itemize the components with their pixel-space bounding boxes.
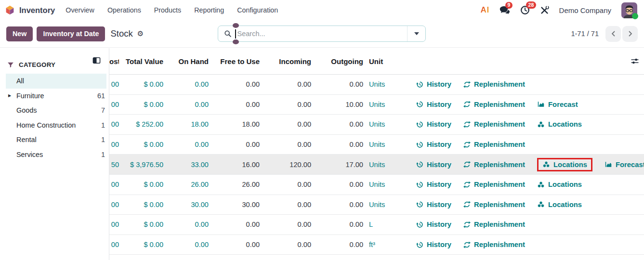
- table-row[interactable]: 00$ 0.000.000.000.000.00UnitsHistoryRepl…: [109, 75, 644, 95]
- menu-configuration[interactable]: Configuration: [237, 6, 278, 14]
- optional-columns-icon[interactable]: [631, 58, 639, 65]
- column-header-cost-truncated[interactable]: ost: [109, 57, 119, 65]
- history-button[interactable]: History: [416, 221, 451, 228]
- history-button[interactable]: History: [416, 181, 451, 188]
- panel-toggle-icon[interactable]: [92, 56, 101, 65]
- table-row[interactable]: 00$ 0.0026.0026.000.000.00UnitsHistoryRe…: [109, 175, 644, 195]
- replenishment-button[interactable]: Replenishment: [463, 120, 525, 128]
- inventory-at-date-button[interactable]: Inventory at Date: [37, 26, 105, 41]
- user-avatar[interactable]: [621, 2, 637, 18]
- history-button[interactable]: History: [416, 120, 451, 128]
- replenishment-button[interactable]: Replenishment: [463, 201, 525, 208]
- replenishment-button[interactable]: Replenishment: [463, 161, 525, 169]
- free-to-use-value: 0.00: [209, 80, 260, 88]
- locations-button[interactable]: Locations: [537, 201, 582, 208]
- history-button[interactable]: History: [416, 101, 451, 108]
- caret-right-icon[interactable]: ▶: [8, 93, 11, 98]
- unit-link[interactable]: ft³: [363, 241, 397, 248]
- search-dropdown-toggle[interactable]: [407, 26, 425, 41]
- history-button[interactable]: History: [416, 80, 451, 88]
- ai-icon[interactable]: AI: [481, 5, 489, 15]
- forecast-button[interactable]: Forecast: [605, 161, 644, 169]
- online-status-dot: [632, 13, 638, 19]
- unit-link[interactable]: Units: [363, 80, 397, 88]
- unit-link[interactable]: Units: [363, 201, 397, 208]
- unit-link[interactable]: Units: [363, 101, 397, 108]
- history-button[interactable]: History: [416, 161, 451, 169]
- row-actions: HistoryReplenishment: [397, 80, 644, 88]
- column-header-free-to-use[interactable]: Free to Use: [209, 57, 260, 65]
- pager-next-button[interactable]: [622, 26, 638, 42]
- debug-tools-button[interactable]: [540, 6, 549, 15]
- locations-button[interactable]: Locations: [537, 181, 582, 188]
- menu-operations[interactable]: Operations: [107, 6, 141, 14]
- unit-link[interactable]: Units: [363, 181, 397, 188]
- sidebar-item-goods[interactable]: Goods7: [6, 103, 106, 118]
- sidebar-item-all[interactable]: All: [6, 74, 106, 89]
- table-row[interactable]: 00$ 0.0030.0030.000.000.00UnitsHistoryRe…: [109, 195, 644, 215]
- incoming-value: 0.00: [260, 221, 311, 228]
- replenishment-button[interactable]: Replenishment: [463, 181, 525, 188]
- cost-value-truncated: 00: [109, 221, 119, 228]
- top-navbar: Inventory Overview Operations Products R…: [0, 0, 644, 20]
- column-header-unit[interactable]: Unit: [363, 57, 397, 65]
- sidebar-item-services[interactable]: Services1: [6, 147, 106, 162]
- history-button[interactable]: History: [416, 201, 451, 208]
- total-value: $ 3,976.50: [119, 161, 163, 169]
- row-actions: HistoryReplenishmentLocations: [397, 201, 644, 208]
- replenishment-button[interactable]: Replenishment: [463, 101, 525, 108]
- free-to-use-value: 0.00: [209, 241, 260, 248]
- sidebar-item-furniture[interactable]: ▶Furniture61: [6, 89, 106, 104]
- history-button[interactable]: History: [416, 141, 451, 148]
- messages-button[interactable]: 9: [499, 6, 510, 15]
- app-name[interactable]: Inventory: [19, 6, 55, 15]
- table-row[interactable]: 50$ 3,976.5033.0016.00120.0017.00UnitsHi…: [109, 155, 644, 175]
- replenishment-button[interactable]: Replenishment: [463, 241, 525, 248]
- history-button-label: History: [427, 221, 451, 228]
- replenishment-button[interactable]: Replenishment: [463, 221, 525, 228]
- unit-link[interactable]: Units: [363, 141, 397, 148]
- navbar-right: AI 9 28 Demo Company: [481, 2, 637, 18]
- table-row[interactable]: 00$ 0.000.000.000.0010.00UnitsHistoryRep…: [109, 95, 644, 115]
- inventory-app-icon[interactable]: [5, 5, 15, 15]
- column-header-incoming[interactable]: Incoming: [260, 57, 311, 65]
- selection-handle-top[interactable]: [233, 23, 239, 28]
- menu-products[interactable]: Products: [154, 6, 181, 14]
- column-header-total-value[interactable]: Total Value: [119, 57, 163, 65]
- category-label: All: [16, 77, 24, 85]
- table-row[interactable]: 00$ 252.0018.0018.000.000.00UnitsHistory…: [109, 115, 644, 135]
- locations-button[interactable]: Locations: [542, 161, 587, 169]
- activities-button[interactable]: 28: [520, 5, 530, 15]
- menu-overview[interactable]: Overview: [66, 6, 94, 14]
- history-button[interactable]: History: [416, 241, 451, 248]
- selection-handle-bottom[interactable]: [233, 39, 239, 44]
- column-header-outgoing[interactable]: Outgoing: [311, 57, 363, 65]
- forecast-button[interactable]: Forecast: [537, 101, 578, 108]
- replenishment-button[interactable]: Replenishment: [463, 141, 525, 148]
- column-header-on-hand[interactable]: On Hand: [163, 57, 209, 65]
- locations-button[interactable]: Locations: [537, 120, 582, 128]
- total-value: $ 0.00: [119, 221, 163, 228]
- unit-link[interactable]: Units: [363, 120, 397, 128]
- pager-previous-button[interactable]: [605, 26, 621, 42]
- sidebar-item-rental[interactable]: Rental1: [6, 132, 106, 147]
- table-row[interactable]: 00$ 0.000.000.000.000.00UnitsHistoryRepl…: [109, 135, 644, 155]
- company-switcher[interactable]: Demo Company: [559, 6, 611, 14]
- sidebar-item-home-construction[interactable]: Home Construction1: [6, 118, 106, 133]
- incoming-value: 0.00: [260, 141, 311, 148]
- history-icon: [416, 101, 423, 108]
- search-bar[interactable]: Search...: [218, 26, 426, 42]
- on-hand-value: 33.00: [163, 161, 209, 169]
- new-button[interactable]: New: [6, 26, 33, 41]
- unit-link[interactable]: Units: [363, 161, 397, 169]
- view-settings-gear-icon[interactable]: ⚙: [137, 29, 144, 38]
- table-row[interactable]: 00$ 0.000.000.000.000.00LHistoryReplenis…: [109, 215, 644, 235]
- replenishment-button[interactable]: Replenishment: [463, 80, 525, 88]
- locations-button-label: Locations: [548, 201, 582, 208]
- unit-link[interactable]: L: [363, 221, 397, 228]
- outgoing-value: 0.00: [311, 221, 363, 228]
- table-row[interactable]: 00$ 0.000.000.000.000.00ft³HistoryReplen…: [109, 235, 644, 255]
- tools-icon: [540, 6, 549, 15]
- menu-reporting[interactable]: Reporting: [194, 6, 224, 14]
- search-placeholder[interactable]: Search...: [237, 30, 407, 38]
